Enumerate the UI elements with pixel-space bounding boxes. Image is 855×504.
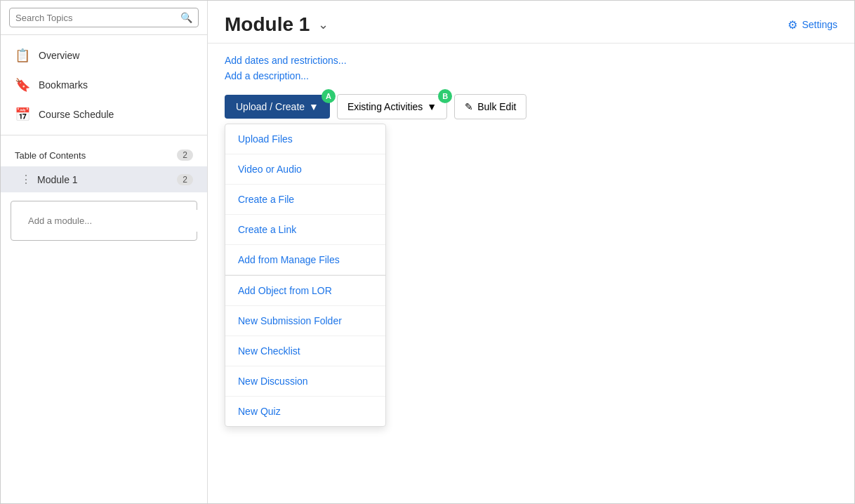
search-bar: 🔍 bbox=[1, 1, 207, 35]
upload-create-dropdown: Upload Files Video or Audio Create a Fil… bbox=[225, 124, 386, 427]
bulk-edit-button[interactable]: ✎ Bulk Edit bbox=[454, 94, 526, 119]
add-dates-link[interactable]: Add dates and restrictions... bbox=[225, 55, 837, 66]
module-left: ⋮ Module 1 bbox=[20, 173, 78, 186]
settings-button[interactable]: ⚙ Settings bbox=[788, 18, 837, 32]
toolbar: Upload / Create ▼ A Existing Activities … bbox=[225, 94, 837, 119]
sidebar-item-bookmarks[interactable]: 🔖 Bookmarks bbox=[1, 70, 207, 100]
upload-create-button[interactable]: Upload / Create ▼ A bbox=[225, 95, 330, 119]
module-title-chevron[interactable]: ⌄ bbox=[315, 15, 331, 34]
dropdown-item-new-quiz[interactable]: New Quiz bbox=[225, 397, 385, 426]
dropdown-item-new-discussion[interactable]: New Discussion bbox=[225, 366, 385, 397]
search-input-wrapper[interactable]: 🔍 bbox=[9, 8, 199, 27]
calendar-icon: 📅 bbox=[15, 107, 30, 122]
existing-activities-label: Existing Activities bbox=[347, 101, 423, 112]
drag-dots-icon: ⋮ bbox=[20, 173, 32, 186]
main-header: Module 1 ⌄ ⚙ Settings bbox=[208, 1, 854, 44]
add-module-input[interactable] bbox=[21, 210, 206, 232]
course-schedule-label: Course Schedule bbox=[39, 109, 114, 120]
dropdown-item-new-submission-folder[interactable]: New Submission Folder bbox=[225, 306, 385, 336]
toc-section: Table of Contents 2 ⋮ Module 1 2 bbox=[1, 135, 207, 258]
dropdown-item-add-object-lor[interactable]: Add Object from LOR bbox=[225, 276, 385, 306]
dropdown-item-add-manage-files[interactable]: Add from Manage Files bbox=[225, 245, 385, 275]
dropdown-scroll[interactable]: Upload Files Video or Audio Create a Fil… bbox=[225, 124, 385, 426]
bookmark-icon: 🔖 bbox=[15, 77, 30, 93]
dropdown-item-create-link[interactable]: Create a Link bbox=[225, 215, 385, 245]
settings-label: Settings bbox=[802, 19, 837, 30]
existing-activities-button[interactable]: Existing Activities ▼ B bbox=[337, 94, 447, 119]
sidebar-item-course-schedule[interactable]: 📅 Course Schedule bbox=[1, 100, 207, 129]
overview-label: Overview bbox=[39, 50, 79, 61]
module-title-area: Module 1 ⌄ bbox=[225, 13, 331, 36]
upload-create-label: Upload / Create bbox=[236, 101, 305, 112]
toc-header: Table of Contents 2 bbox=[1, 144, 207, 166]
toc-badge: 2 bbox=[177, 150, 193, 161]
dropdown-item-create-file[interactable]: Create a File bbox=[225, 185, 385, 215]
add-module-field[interactable] bbox=[11, 201, 197, 241]
overview-icon: 📋 bbox=[15, 48, 30, 63]
upload-create-chevron-icon: ▼ bbox=[309, 101, 319, 112]
dropdown-item-upload-files[interactable]: Upload Files bbox=[225, 124, 385, 154]
existing-activities-chevron-icon: ▼ bbox=[427, 101, 437, 112]
dropdown-item-new-checklist[interactable]: New Checklist bbox=[225, 336, 385, 366]
bulk-edit-label: Bulk Edit bbox=[477, 101, 516, 112]
pencil-icon: ✎ bbox=[465, 101, 473, 112]
module-label: Module 1 bbox=[37, 174, 78, 185]
page-title: Module 1 bbox=[225, 13, 310, 36]
module-item[interactable]: ⋮ Module 1 2 bbox=[1, 166, 207, 192]
upload-create-badge: A bbox=[322, 89, 336, 103]
existing-activities-badge: B bbox=[438, 89, 452, 103]
main-body: Add dates and restrictions... Add a desc… bbox=[208, 44, 854, 503]
gear-icon: ⚙ bbox=[788, 18, 797, 32]
add-description-link[interactable]: Add a description... bbox=[225, 70, 837, 81]
module-badge: 2 bbox=[177, 174, 193, 185]
dropdown-item-video-audio[interactable]: Video or Audio bbox=[225, 154, 385, 185]
toc-label: Table of Contents bbox=[15, 150, 86, 161]
bookmarks-label: Bookmarks bbox=[39, 79, 88, 91]
sidebar-item-overview[interactable]: 📋 Overview bbox=[1, 41, 207, 70]
main-content: Module 1 ⌄ ⚙ Settings Add dates and rest… bbox=[208, 1, 854, 503]
search-icon: 🔍 bbox=[180, 12, 192, 23]
nav-items: 📋 Overview 🔖 Bookmarks 📅 Course Schedule bbox=[1, 35, 207, 135]
sidebar: 🔍 📋 Overview 🔖 Bookmarks 📅 Course Schedu… bbox=[1, 1, 208, 503]
search-input[interactable] bbox=[15, 13, 180, 23]
